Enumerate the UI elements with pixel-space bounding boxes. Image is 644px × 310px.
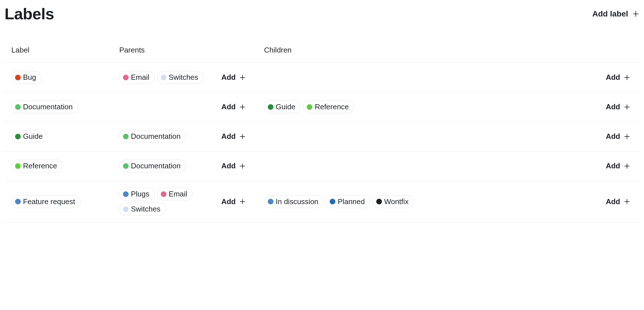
add-parent-button[interactable]: Add <box>221 197 248 206</box>
parents-cell: DocumentationAdd <box>119 160 264 172</box>
pill-text: Plugs <box>131 190 149 198</box>
add-button-text: Add <box>221 197 236 206</box>
table-row: GuideDocumentationAddAdd <box>5 122 639 151</box>
color-dot <box>307 104 312 110</box>
add-label-button[interactable]: Add label <box>592 9 639 18</box>
parents-pill-wrap: Documentation <box>119 130 186 143</box>
pill-text: Documentation <box>23 102 73 111</box>
pill-text: Documentation <box>131 162 181 170</box>
parent-pill[interactable]: Plugs <box>119 188 155 200</box>
label-pill[interactable]: Reference <box>11 160 62 172</box>
table-body: BugEmailSwitchesAddAddDocumentationAddGu… <box>5 63 639 223</box>
pill-text: Feature request <box>23 197 75 206</box>
children-pill-wrap: In discussionPlannedWontfix <box>264 195 414 208</box>
labels-table: Label Parents Children BugEmailSwitchesA… <box>5 46 639 223</box>
column-header-label: Label <box>11 46 119 55</box>
add-child-button[interactable]: Add <box>606 162 633 170</box>
add-child-button[interactable]: Add <box>606 132 633 141</box>
column-header-children: Children <box>264 46 633 55</box>
pill-text: Reference <box>23 162 57 170</box>
add-button-text: Add <box>606 162 620 170</box>
table-row: ReferenceDocumentationAddAdd <box>5 151 639 181</box>
pill-text: Planned <box>338 197 365 206</box>
parent-pill[interactable]: Documentation <box>119 130 186 143</box>
color-dot <box>268 199 273 204</box>
add-parent-button[interactable]: Add <box>221 162 248 170</box>
plus-icon <box>239 74 246 81</box>
add-button-text: Add <box>606 197 620 206</box>
plus-icon <box>239 104 246 110</box>
color-dot <box>123 206 129 212</box>
add-parent-button[interactable]: Add <box>221 102 248 111</box>
add-parent-button[interactable]: Add <box>221 132 248 141</box>
label-cell: Bug <box>11 71 119 84</box>
parents-pill-wrap: EmailSwitches <box>119 71 204 84</box>
plus-icon <box>239 198 246 205</box>
pill-text: Email <box>169 190 187 198</box>
pill-text: Wontfix <box>384 197 409 206</box>
color-dot <box>330 199 335 204</box>
add-parent-button[interactable]: Add <box>221 73 248 82</box>
color-dot <box>268 104 273 110</box>
pill-text: Switches <box>169 73 198 82</box>
color-dot <box>123 75 129 80</box>
pill-text: Switches <box>131 205 160 213</box>
add-child-button[interactable]: Add <box>606 102 633 111</box>
parent-pill[interactable]: Email <box>157 188 193 200</box>
pill-text: In discussion <box>276 197 318 206</box>
pill-text: Bug <box>23 73 36 82</box>
pill-text: Guide <box>276 102 295 111</box>
plus-icon <box>624 133 630 140</box>
children-cell: Add <box>264 73 633 82</box>
add-button-text: Add <box>606 73 620 82</box>
pill-text: Reference <box>315 102 349 111</box>
children-cell: Add <box>264 162 633 170</box>
pill-text: Documentation <box>131 132 181 141</box>
child-pill[interactable]: Wontfix <box>373 195 414 208</box>
add-button-text: Add <box>221 73 236 82</box>
children-cell: GuideReferenceAdd <box>264 100 633 113</box>
parent-pill[interactable]: Documentation <box>119 160 186 172</box>
child-pill[interactable]: Guide <box>264 100 301 113</box>
parents-cell: EmailSwitchesAdd <box>119 71 264 84</box>
label-cell: Guide <box>11 130 119 143</box>
page-header: Labels Add label <box>5 5 639 23</box>
table-row: DocumentationAddGuideReferenceAdd <box>5 92 639 122</box>
color-dot <box>123 191 129 197</box>
plus-icon <box>624 104 630 110</box>
table-row: Feature requestPlugsEmailSwitchesAddIn d… <box>5 181 639 223</box>
child-pill[interactable]: Planned <box>326 195 370 208</box>
label-cell: Documentation <box>11 100 119 113</box>
color-dot <box>123 163 129 169</box>
plus-icon <box>624 163 630 169</box>
children-cell: In discussionPlannedWontfixAdd <box>264 195 633 208</box>
children-cell: Add <box>264 132 633 141</box>
label-pill[interactable]: Feature request <box>11 195 81 208</box>
column-header-parents: Parents <box>119 46 264 55</box>
label-pill[interactable]: Documentation <box>11 100 78 113</box>
parents-cell: PlugsEmailSwitchesAdd <box>119 188 264 215</box>
parent-pill[interactable]: Email <box>119 71 155 84</box>
pill-text: Email <box>131 73 149 82</box>
label-pill[interactable]: Bug <box>11 71 41 84</box>
add-child-button[interactable]: Add <box>606 73 633 82</box>
children-pill-wrap: GuideReference <box>264 100 354 113</box>
child-pill[interactable]: Reference <box>303 100 354 113</box>
add-button-text: Add <box>221 162 236 170</box>
color-dot <box>15 163 21 169</box>
plus-icon <box>624 74 630 81</box>
color-dot <box>15 134 21 139</box>
plus-icon <box>624 198 630 205</box>
parent-pill[interactable]: Switches <box>119 203 166 215</box>
child-pill[interactable]: In discussion <box>264 195 324 208</box>
plus-icon <box>239 133 246 140</box>
parents-cell: DocumentationAdd <box>119 130 264 143</box>
add-label-text: Add label <box>592 9 628 18</box>
label-cell: Reference <box>11 160 119 172</box>
parent-pill[interactable]: Switches <box>157 71 204 84</box>
labels-page: Labels Add label Label Parents Children … <box>5 5 639 223</box>
label-pill[interactable]: Guide <box>11 130 48 143</box>
color-dot <box>15 104 21 110</box>
color-dot <box>376 199 382 204</box>
add-child-button[interactable]: Add <box>606 197 633 206</box>
